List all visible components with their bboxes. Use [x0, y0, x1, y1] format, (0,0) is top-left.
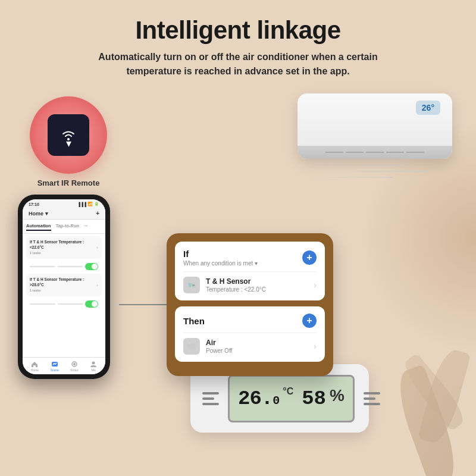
airflow-line	[298, 177, 393, 178]
bottom-nav-me[interactable]: Me	[90, 361, 97, 372]
tab-automation[interactable]: Automation	[26, 222, 51, 231]
svg-line-10	[187, 348, 189, 349]
sensor-line	[364, 392, 380, 394]
toggle-line	[58, 266, 83, 267]
toggle-line	[30, 266, 55, 267]
sensor-icon: 26	[183, 277, 200, 293]
vent-line	[386, 152, 404, 153]
sensor-condition: Temperature : <22.0°C	[206, 286, 314, 293]
sensor-line	[202, 397, 214, 400]
svg-rect-7	[189, 283, 192, 287]
item1-condition: <22.0°C	[30, 245, 44, 249]
phone-nav-title: Home ▾	[29, 211, 48, 217]
sensor-line	[202, 403, 219, 405]
temp-unit: °C	[283, 386, 293, 397]
sensor-name: T & H Sensor	[206, 277, 314, 286]
ac-vent-lines	[325, 152, 424, 153]
toggle-row	[26, 262, 102, 271]
card-divider	[183, 271, 317, 272]
air-icon	[183, 338, 200, 355]
sensor-line	[202, 392, 219, 394]
ac-unit: 26°	[298, 93, 452, 159]
svg-text:26: 26	[192, 284, 195, 287]
profile-icon	[90, 361, 97, 367]
chevron-icon: ›	[96, 283, 98, 288]
tab-tap-to-run[interactable]: Tap-to-Run	[56, 222, 79, 231]
if-add-button[interactable]: +	[302, 250, 317, 265]
bottom-nav-smart[interactable]: Smart	[70, 361, 78, 372]
ir-remote-circle	[30, 96, 107, 174]
vent-line	[346, 152, 364, 153]
item1-tasks: 1 tasks	[30, 251, 94, 256]
list-item[interactable]: If T & H Sensor Temperature : <22.0°C 1 …	[26, 236, 102, 259]
phone-tabs: Automation Tap-to-Run ···	[23, 220, 105, 234]
ir-remote-device	[48, 114, 89, 156]
phone-status-bar: 17:10 ▐▐▐ 📶 🔋	[23, 199, 105, 208]
sensor-row[interactable]: 26 T & H Sensor Temperature : <22.0°C ›	[183, 277, 317, 293]
bottom-nav-home[interactable]: Home	[31, 361, 39, 372]
phone-time: 17:10	[29, 202, 39, 206]
sensor-device-icon: 26	[187, 281, 196, 289]
phone-add-icon[interactable]: +	[96, 210, 99, 217]
list-item[interactable]: If T & H Sensor Temperature : >28.0°C 1 …	[26, 274, 102, 296]
tab-more[interactable]: ···	[84, 222, 87, 231]
toggle-switch[interactable]	[85, 300, 98, 308]
chevron-icon: ›	[96, 245, 98, 250]
then-section: Then + Air Power Off ›	[175, 306, 325, 362]
sensor-humidity: 58	[302, 387, 326, 410]
ir-remote-label: Smart IR Remote	[37, 178, 100, 187]
item2-title: If T & H Sensor Temperature :	[30, 277, 84, 281]
if-label: If	[183, 249, 258, 259]
if-header: If When any condition is met ▾ +	[183, 249, 317, 267]
page-subtitle: Automatically turn on or off the air con…	[71, 50, 405, 79]
vent-line	[366, 152, 384, 153]
svg-point-4	[73, 363, 76, 365]
header: Intelligent linkage Automatically turn o…	[0, 0, 476, 84]
sensor-left-icon	[202, 387, 219, 411]
toggle-line	[30, 303, 55, 305]
bottom-nav-scene-label: Scene	[51, 368, 59, 372]
phone-nav: Home ▾ +	[23, 208, 105, 220]
bottom-nav-me-label: Me	[92, 368, 96, 372]
list-item-text: If T & H Sensor Temperature : <22.0°C 1 …	[30, 239, 94, 256]
wifi-icon	[60, 129, 77, 142]
bottom-nav-smart-label: Smart	[70, 368, 78, 372]
then-header: Then +	[183, 314, 317, 328]
svg-line-12	[194, 348, 196, 349]
toggle-switch[interactable]	[85, 263, 98, 270]
temp-decimal: 0	[273, 394, 279, 408]
svg-point-0	[67, 138, 70, 140]
humidity-unit: %	[330, 386, 345, 405]
vent-line	[406, 152, 424, 153]
ac-unit-container: 26°	[298, 93, 452, 159]
page-title: Intelligent linkage	[24, 17, 452, 44]
chevron-right-icon: ›	[314, 342, 317, 351]
toggle-line	[58, 303, 83, 305]
action-content: Air Power Off	[206, 339, 314, 354]
vent-line	[325, 152, 343, 153]
sensor-temperature: 26.0	[238, 387, 279, 410]
phone-list: If T & H Sensor Temperature : <22.0°C 1 …	[23, 234, 105, 357]
bottom-nav-scene[interactable]: Scene	[51, 361, 59, 372]
phone-screen: 17:10 ▐▐▐ 📶 🔋 Home ▾ + Automation Tap-to…	[23, 199, 105, 374]
item2-condition: >28.0°C	[30, 283, 44, 287]
automation-card: If When any condition is met ▾ + 26 T & …	[167, 233, 333, 376]
chevron-right-icon: ›	[314, 280, 317, 290]
home-icon	[31, 361, 38, 367]
item2-tasks: 1 tasks	[30, 289, 94, 293]
ac-airflow	[298, 165, 416, 201]
airflow-line	[298, 171, 428, 172]
ac-bottom	[298, 146, 452, 159]
card-divider	[183, 333, 317, 333]
item1-title: If T & H Sensor Temperature :	[30, 240, 84, 244]
phone-mockup: 17:10 ▐▐▐ 📶 🔋 Home ▾ + Automation Tap-to…	[18, 195, 110, 379]
action-row[interactable]: Air Power Off ›	[183, 338, 317, 355]
ac-display: 26°	[416, 101, 440, 115]
sensor-right-icon	[364, 387, 380, 411]
then-add-button[interactable]: +	[302, 314, 317, 328]
toggle-row	[26, 299, 102, 309]
sensor-line	[364, 397, 375, 400]
if-section: If When any condition is met ▾ + 26 T & …	[175, 242, 325, 300]
svg-point-5	[92, 362, 95, 365]
svg-marker-1	[32, 362, 37, 367]
